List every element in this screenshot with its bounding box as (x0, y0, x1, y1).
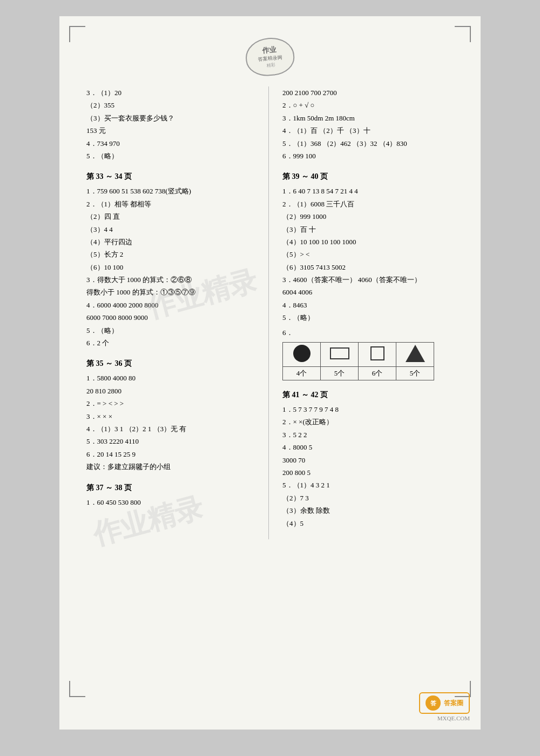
s41-10: （4）5 (282, 517, 454, 530)
s35-4: 3．× × × (86, 410, 258, 423)
prev-content-right: 200 2100 700 2700 2．○ + √ ○ 3．1km 50dm 2… (282, 86, 454, 162)
s33-13: 6．2 个 (86, 337, 258, 349)
s39-11: 5．（略） (282, 311, 454, 324)
prev-right-5: 5．（1）368 （2）462 （3）32 （4）830 (282, 137, 454, 150)
s39-3: （2）999 1000 (282, 210, 454, 223)
s41-6: 200 800 5 (282, 466, 454, 479)
prev-section-left: 3．（1）20 （2）355 （3）买一套衣服要多少钱？ 153 元 4．734… (86, 86, 258, 162)
left-column: 3．（1）20 （2）355 （3）买一套衣服要多少钱？ 153 元 4．734… (86, 86, 269, 539)
shape-cell-square (359, 343, 396, 367)
s33-2: 2．（1）相等 都相等 (86, 198, 258, 210)
section-35-36: 第 35 ～ 36 页 1．5800 4000 80 20 810 2800 2… (86, 359, 258, 473)
s39-10: 4．8463 (282, 299, 454, 311)
s41-3: 3．5 2 2 (282, 429, 454, 441)
prev-content-left: 3．（1）20 （2）355 （3）买一套衣服要多少钱？ 153 元 4．734… (86, 86, 258, 162)
prev-right-2: 2．○ + √ ○ (282, 99, 454, 111)
s41-4: 4．8000 5 (282, 441, 454, 453)
prev-left-1: 3．（1）20 (86, 86, 258, 99)
section-41-42-title: 第 41 ～ 42 页 (282, 390, 454, 400)
s35-7: 6．20 14 15 25 9 (86, 448, 258, 460)
s35-8: 建议：多建立踢毽子的小组 (86, 460, 258, 473)
logo-url: MXQE.COM (437, 715, 470, 721)
s35-2: 20 810 2800 (86, 385, 258, 397)
counts-row: 4个 5个 6个 5个 (283, 367, 434, 380)
page: 作业精录 作业精录 作业 答案精录网 精彩 3．（1）20 （2）355 （3）… (59, 16, 481, 730)
s39-7: （6）3105 7413 5002 (282, 261, 454, 273)
s33-8: 3．得数大于 1000 的算式：②⑥⑧ (86, 273, 258, 286)
s39-9: 6004 4006 (282, 286, 454, 298)
prev-right-6: 6．999 100 (282, 150, 454, 162)
s39-5: （4）10 100 10 100 1000 (282, 236, 454, 248)
s37-1: 1．60 450 530 800 (86, 496, 258, 509)
prev-section-right: 200 2100 700 2700 2．○ + √ ○ 3．1km 50dm 2… (282, 86, 454, 162)
stamp-line1: 作业 (262, 45, 276, 56)
s33-1: 1．759 600 51 538 602 738(竖式略) (86, 185, 258, 197)
section-35-36-content: 1．5800 4000 80 20 810 2800 2．= > < > > 3… (86, 372, 258, 473)
s41-9: （3）余数 除数 (282, 504, 454, 517)
section-33-34-content: 1．759 600 51 538 602 738(竖式略) 2．（1）相等 都相… (86, 185, 258, 349)
count-triangle: 5个 (396, 367, 434, 380)
section-41-42: 第 41 ～ 42 页 1．5 7 3 7 7 9 7 4 8 2．× ×(改正… (282, 390, 454, 530)
stamp: 作业 答案精录网 精彩 (244, 36, 296, 78)
prev-left-2: （2）355 (86, 99, 258, 111)
s33-4: （3）4 4 (86, 223, 258, 236)
s33-9: 得数小于 1000 的算式：①③⑤⑦⑨ (86, 286, 258, 298)
section-39-40-title: 第 39 ～ 40 页 (282, 172, 454, 182)
s39-1: 1．6 40 7 13 8 54 7 21 4 4 (282, 185, 454, 197)
s41-5: 3000 70 (282, 454, 454, 466)
bottom-logo: 答 答案圈 MXQE.COM (419, 692, 470, 721)
s39-12: 6． (282, 326, 454, 339)
prev-right-3: 3．1km 50dm 2m 180cm (282, 112, 454, 124)
corner-bl (69, 681, 85, 697)
s39-6: （5）> < (282, 248, 454, 260)
s39-4: （3）百 十 (282, 223, 454, 236)
logo-text: 答案圈 (444, 699, 463, 708)
corner-tr (455, 26, 471, 42)
s35-3: 2．= > < > > (86, 397, 258, 410)
section-39-40: 第 39 ～ 40 页 1．6 40 7 13 8 54 7 21 4 4 2．… (282, 172, 454, 380)
triangle-shape (406, 345, 425, 362)
s33-5: （4）平行四边 (86, 236, 258, 248)
corner-tl (69, 26, 85, 42)
s41-7: 5．（1）4 3 2 1 (282, 479, 454, 491)
count-square: 6个 (359, 367, 396, 380)
s33-6: （5）长方 2 (86, 248, 258, 260)
shape-cell-triangle (396, 343, 434, 367)
s41-2: 2．× ×(改正略） (282, 416, 454, 428)
stamp-line3: 精彩 (266, 62, 275, 68)
s39-8: 3．4600（答案不唯一） 4060（答案不唯一） (282, 273, 454, 286)
square-shape (370, 346, 384, 360)
logo-box: 答 答案圈 (419, 692, 470, 714)
logo-circle: 答 (426, 695, 441, 711)
s33-11: 6000 7000 8000 9000 (86, 311, 258, 324)
s33-7: （6）10 100 (86, 261, 258, 273)
s35-1: 1．5800 4000 80 (86, 372, 258, 384)
circle-shape (293, 345, 310, 362)
section-37-38: 第 37 ～ 38 页 1．60 450 530 800 (86, 483, 258, 509)
main-content: 3．（1）20 （2）355 （3）买一套衣服要多少钱？ 153 元 4．734… (86, 86, 454, 539)
section-33-34-title: 第 33 ～ 34 页 (86, 172, 258, 182)
s35-6: 5．303 2220 4110 (86, 435, 258, 447)
count-circle: 4个 (283, 367, 321, 380)
section-37-38-title: 第 37 ～ 38 页 (86, 483, 258, 493)
section-41-42-content: 1．5 7 3 7 7 9 7 4 8 2．× ×(改正略） 3．5 2 2 4… (282, 403, 454, 530)
shapes-row (283, 343, 434, 367)
prev-left-6: 5．（略） (86, 150, 258, 162)
section-39-40-content: 1．6 40 7 13 8 54 7 21 4 4 2．（1）6008 三千八百… (282, 185, 454, 339)
shape-cell-circle (283, 343, 321, 367)
s33-10: 4．6000 4000 2000 8000 (86, 299, 258, 311)
prev-right-1: 200 2100 700 2700 (282, 86, 454, 99)
s35-5: 4．（1）3 1 （2）2 1 （3）无 有 (86, 423, 258, 435)
right-column: 200 2100 700 2700 2．○ + √ ○ 3．1km 50dm 2… (269, 86, 454, 539)
section-35-36-title: 第 35 ～ 36 页 (86, 359, 258, 369)
prev-left-3: （3）买一套衣服要多少钱？ (86, 112, 258, 124)
s33-3: （2）四 直 (86, 210, 258, 223)
count-rect: 5个 (321, 367, 359, 380)
prev-left-4: 153 元 (86, 124, 258, 137)
section-33-34: 第 33 ～ 34 页 1．759 600 51 538 602 738(竖式略… (86, 172, 258, 349)
s39-2: 2．（1）6008 三千八百 (282, 198, 454, 210)
prev-left-5: 4．734 970 (86, 137, 258, 150)
s41-8: （2）7 3 (282, 492, 454, 504)
shapes-table: 4个 5个 6个 5个 (282, 342, 434, 380)
rect-shape (330, 347, 349, 359)
